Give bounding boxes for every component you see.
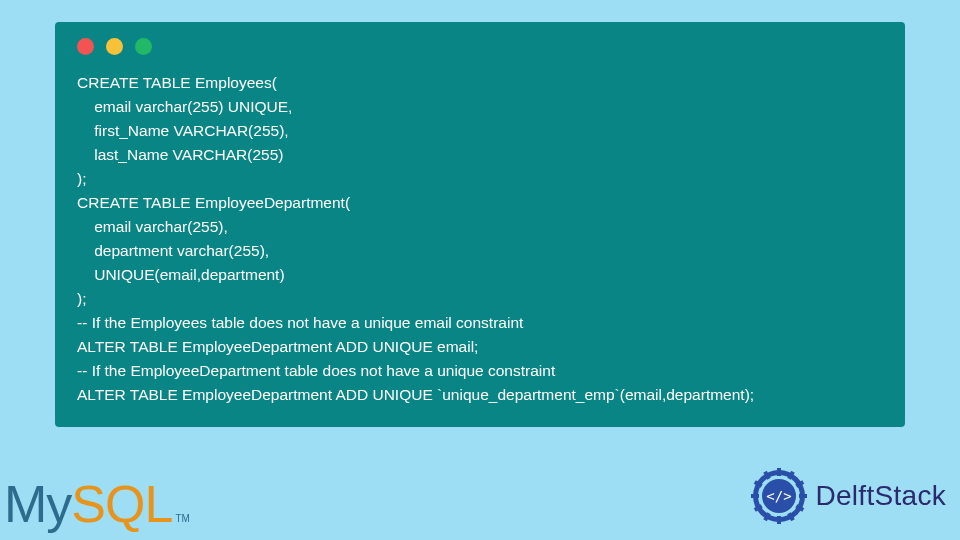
- minimize-dot-icon: [106, 38, 123, 55]
- svg-rect-12: [751, 494, 759, 498]
- delftstack-logo-text: DelftStack: [815, 480, 946, 512]
- maximize-dot-icon: [135, 38, 152, 55]
- code-content: CREATE TABLE Employees( email varchar(25…: [77, 71, 883, 407]
- delftstack-gear-icon: </>: [749, 466, 809, 526]
- svg-rect-6: [799, 494, 807, 498]
- svg-rect-3: [777, 468, 781, 476]
- mysql-logo-my: My: [4, 474, 71, 534]
- mysql-logo-sql: SQL: [71, 474, 172, 534]
- close-dot-icon: [77, 38, 94, 55]
- code-window: CREATE TABLE Employees( email varchar(25…: [55, 22, 905, 427]
- delftstack-logo: </> DelftStack: [749, 466, 946, 526]
- svg-text:</>: </>: [767, 488, 792, 504]
- window-controls: [77, 38, 883, 55]
- svg-rect-9: [777, 516, 781, 524]
- mysql-logo-tm: TM: [175, 513, 189, 524]
- mysql-logo: MySQLTM: [4, 474, 190, 534]
